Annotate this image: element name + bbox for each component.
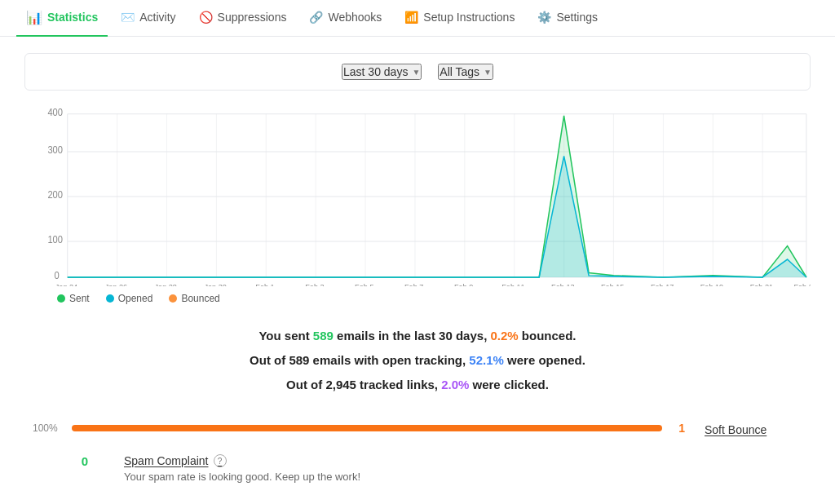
legend-opened: Opened — [106, 293, 153, 304]
stats-line3-prefix: Out of 2,945 tracked links, — [286, 378, 441, 391]
suppressions-icon: 🚫 — [199, 11, 213, 24]
legend-opened-label: Opened — [118, 293, 153, 304]
stats-line2-prefix: Out of 589 emails with open tracking, — [250, 353, 469, 367]
date-range-label: Last 30 days — [343, 65, 408, 78]
stats-line1-suffix: bounced. — [519, 329, 577, 343]
stats-line2-suffix: were opened. — [504, 353, 585, 367]
x-label-feb17: Feb 17, — [651, 282, 676, 286]
legend-bounced-label: Bounced — [181, 293, 219, 304]
sent-count: 589 — [313, 329, 334, 343]
setup-icon: 📶 — [404, 11, 418, 24]
y-label-400: 400 — [47, 107, 63, 117]
activity-icon: ✉️ — [121, 11, 135, 24]
bounce-pct-label: 100% — [33, 422, 65, 434]
x-label-feb15: Feb 15, — [601, 282, 626, 286]
legend-sent-label: Sent — [69, 293, 90, 304]
nav-activity[interactable]: ✉️ Activity — [111, 0, 185, 37]
nav-suppressions[interactable]: 🚫 Suppressions — [189, 0, 297, 37]
settings-icon: ⚙️ — [537, 11, 551, 24]
spam-complaint-row: 0 Spam Complaint ? Your spam rate is loo… — [68, 454, 802, 483]
soft-bounce-row: 100% 1 Soft Bounce — [33, 422, 802, 438]
x-label-feb7: Feb 7, — [404, 282, 426, 286]
nav-suppressions-label: Suppressions — [218, 11, 287, 24]
nav-setup-label: Setup Instructions — [423, 11, 515, 24]
x-label-feb11: Feb 11, — [501, 282, 527, 286]
stats-line3: Out of 2,945 tracked links, 2.0% were cl… — [24, 373, 811, 397]
legend-bounced-dot — [169, 294, 177, 303]
open-pct: 52.1% — [469, 353, 504, 367]
nav-webhooks[interactable]: 🔗 Webhooks — [299, 0, 391, 37]
x-label-feb23: Feb 23, — [793, 282, 811, 286]
y-label-0: 0 — [55, 270, 60, 281]
svg-marker-22 — [68, 157, 806, 278]
legend-sent: Sent — [57, 293, 90, 304]
spam-complaint-label[interactable]: Spam Complaint — [124, 454, 209, 467]
navigation: 📊 Statistics ✉️ Activity 🚫 Suppressions … — [0, 0, 835, 37]
stats-line1: You sent 589 emails in the last 30 days,… — [24, 324, 811, 348]
tags-chevron-icon: ▼ — [484, 68, 492, 77]
legend-sent-dot — [57, 294, 65, 303]
tags-label: All Tags — [440, 65, 479, 78]
stats-line3-suffix: were clicked. — [469, 378, 549, 391]
y-label-300: 300 — [47, 144, 63, 156]
tags-filter[interactable]: All Tags ▼ — [438, 64, 493, 80]
legend-bounced: Bounced — [169, 293, 219, 304]
nav-webhooks-label: Webhooks — [328, 11, 382, 24]
statistics-summary: You sent 589 emails in the last 30 days,… — [24, 324, 811, 397]
info-icon[interactable]: ? — [214, 454, 227, 467]
date-range-chevron-icon: ▼ — [412, 68, 420, 77]
chart-svg: 400 300 200 100 0 — [24, 107, 811, 286]
y-label-100: 100 — [47, 234, 63, 245]
spam-description: Your spam rate is looking good. Keep up … — [124, 471, 360, 483]
spam-info: Spam Complaint ? Your spam rate is looki… — [124, 454, 360, 483]
bounce-bar — [72, 425, 662, 431]
stats-line1-middle: emails in the last 30 days, — [334, 329, 491, 343]
x-label-feb5: Feb 5, — [355, 282, 376, 286]
x-label-feb19: Feb 19, — [700, 282, 726, 286]
stats-line1-prefix: You sent — [258, 329, 312, 343]
spam-label-row: Spam Complaint ? — [124, 454, 360, 467]
date-range-filter[interactable]: Last 30 days ▼ — [342, 64, 422, 80]
stats-line2: Out of 589 emails with open tracking, 52… — [24, 348, 811, 373]
spam-count: 0 — [82, 454, 98, 468]
x-label-feb1: Feb 1, — [255, 282, 276, 286]
nav-statistics[interactable]: 📊 Statistics — [16, 0, 108, 37]
bounce-bar-container — [72, 425, 662, 431]
x-label-feb3: Feb 3, — [305, 282, 326, 286]
chart-legend: Sent Opened Bounced — [24, 293, 811, 304]
x-label-jan30: Jan 30, — [204, 282, 228, 286]
filter-bar: Last 30 days ▼ All Tags ▼ — [24, 53, 811, 91]
nav-settings-label: Settings — [556, 11, 598, 24]
x-label-jan28: Jan 28, — [155, 282, 179, 286]
x-label-feb21: Feb 21, — [750, 282, 775, 286]
click-pct: 2.0% — [441, 378, 469, 391]
bounce-count: 1 — [669, 422, 685, 435]
statistics-icon: 📊 — [26, 10, 42, 25]
x-label-feb9: Feb 9, — [454, 282, 475, 286]
metrics-section: 100% 1 Soft Bounce 0 Spam Complaint ? Yo… — [24, 422, 811, 483]
nav-statistics-label: Statistics — [47, 11, 98, 24]
webhooks-icon: 🔗 — [309, 11, 323, 24]
soft-bounce-label[interactable]: Soft Bounce — [705, 423, 802, 436]
activity-chart: 400 300 200 100 0 — [24, 107, 811, 286]
bounce-pct: 0.2% — [490, 329, 518, 343]
x-label-feb13: Feb 13, — [551, 282, 577, 286]
nav-activity-label: Activity — [139, 11, 175, 24]
main-content: Last 30 days ▼ All Tags ▼ 400 300 200 10… — [0, 37, 835, 499]
x-label-jan26: Jan 26, — [105, 282, 130, 286]
nav-setup-instructions[interactable]: 📶 Setup Instructions — [395, 0, 524, 37]
legend-opened-dot — [106, 294, 114, 303]
y-label-200: 200 — [47, 189, 63, 201]
nav-settings[interactable]: ⚙️ Settings — [528, 0, 607, 37]
x-label-jan24: Jan 24, — [55, 282, 80, 286]
